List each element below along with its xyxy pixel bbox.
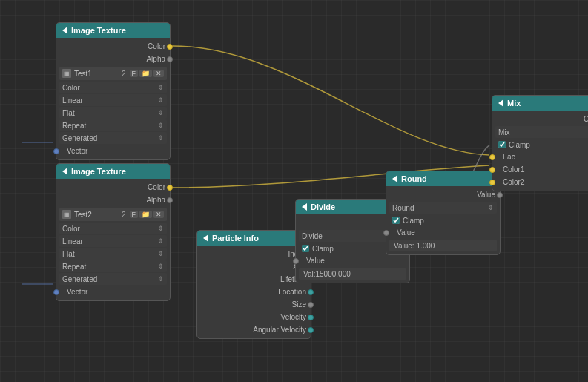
output-mix-color: Color	[492, 113, 588, 125]
node-title-round: Round	[401, 174, 427, 183]
output-lifetime: Lifetime	[197, 273, 311, 286]
collapse-triangle-1[interactable]	[62, 27, 67, 34]
output-alpha-label-2: Alpha	[146, 196, 165, 204]
field-mix[interactable]: Mix ⇕	[495, 126, 588, 138]
image-btn-x-2[interactable]: ✕	[153, 211, 164, 218]
collapse-triangle-div[interactable]	[302, 203, 307, 211]
socket-round-value-in[interactable]	[383, 230, 389, 236]
field-generated-arrows-1: ⇕	[158, 134, 164, 142]
clamp-label-mix: Clamp	[509, 141, 530, 149]
field-repeat-arrows-2: ⇕	[158, 263, 164, 270]
output-color-label-2: Color	[148, 183, 165, 191]
socket-color-out-2[interactable]	[167, 185, 173, 191]
field-round[interactable]: Round ⇕	[389, 202, 497, 214]
socket-round-value-out[interactable]	[497, 192, 503, 198]
image-btn-f-2[interactable]: F	[130, 211, 139, 218]
field-linear-arrows-1: ⇕	[158, 96, 164, 104]
input-vector-2: Vector	[56, 286, 170, 298]
output-velocity-label: Velocity	[281, 313, 306, 321]
clamp-checkbox-divide[interactable]	[302, 245, 309, 252]
socket-location-out[interactable]	[308, 289, 314, 295]
image-btn-f-1[interactable]: F	[130, 70, 139, 77]
node-title-2: Image Texture	[71, 167, 126, 176]
collapse-triangle-2[interactable]	[62, 168, 67, 175]
field-generated-arrows-2: ⇕	[158, 275, 164, 283]
clamp-checkbox-round[interactable]	[392, 217, 400, 224]
output-round-value: Value	[386, 188, 500, 201]
socket-velocity-out[interactable]	[308, 315, 314, 320]
round-node: Round Value Round ⇕ Clamp Value Value: 1…	[386, 171, 501, 255]
output-location-label: Location	[278, 288, 306, 296]
field-generated-label-1: Generated	[62, 134, 97, 142]
collapse-triangle-mix[interactable]	[498, 99, 503, 107]
node-header-round: Round	[386, 171, 500, 186]
node-header-particle-info: Particle Info	[197, 231, 311, 246]
checkbox-clamp-round[interactable]: Clamp	[386, 214, 500, 226]
vector-label-1: Vector	[61, 147, 87, 155]
input-mix-color1-label: Color1	[497, 165, 524, 174]
socket-size-out[interactable]	[308, 302, 314, 308]
node-title-mix: Mix	[507, 99, 521, 108]
image-btn-folder-1[interactable]: 📁	[139, 70, 152, 77]
field-repeat-label-1: Repeat	[62, 122, 86, 130]
clamp-checkbox-mix[interactable]	[498, 141, 506, 148]
clamp-label-divide: Clamp	[312, 245, 334, 253]
input-mix-fac: Fac	[492, 151, 588, 163]
socket-angular-velocity-out[interactable]	[308, 327, 314, 333]
output-location: Location	[197, 286, 311, 298]
input-vector-1: Vector	[56, 145, 170, 157]
field-generated-1[interactable]: Generated ⇕	[59, 132, 167, 144]
field-flat-arrows-2: ⇕	[158, 250, 164, 257]
field-color-1[interactable]: Color ⇕	[59, 82, 167, 93]
output-angular-velocity-label: Angular Velocity	[253, 326, 306, 334]
output-round-value-label: Value	[477, 191, 495, 199]
image-texture-node-1: Image Texture Color Alpha ▦ Test1 2 F 📁 …	[56, 22, 171, 160]
socket-mix-fac-in[interactable]	[489, 154, 495, 160]
image-btn-folder-2[interactable]: 📁	[139, 211, 152, 218]
socket-alpha-out-2[interactable]	[167, 197, 173, 203]
image-btn-x-1[interactable]: ✕	[153, 70, 164, 77]
field-repeat-1[interactable]: Repeat ⇕	[59, 119, 167, 131]
output-velocity: Velocity	[197, 311, 311, 323]
socket-mix-color1-in[interactable]	[489, 167, 495, 173]
collapse-triangle-pi[interactable]	[203, 234, 208, 242]
image-name-2: Test2	[74, 211, 122, 219]
image-picker-1[interactable]: ▦ Test1 2 F 📁 ✕	[59, 67, 167, 80]
input-round-value: Value	[386, 226, 500, 239]
output-alpha-2: Alpha	[56, 194, 170, 206]
field-repeat-2[interactable]: Repeat ⇕	[59, 260, 167, 272]
socket-mix-color2-in[interactable]	[489, 180, 495, 185]
socket-vector-in-1[interactable]	[53, 148, 59, 154]
checkbox-clamp-mix[interactable]: Clamp	[492, 139, 588, 151]
field-linear-2[interactable]: Linear ⇕	[59, 235, 167, 247]
field-generated-2[interactable]: Generated ⇕	[59, 273, 167, 285]
clamp-label-round: Clamp	[403, 217, 424, 225]
field-color-label-2: Color	[62, 225, 80, 233]
socket-alpha-out-1[interactable]	[167, 56, 173, 62]
field-flat-1[interactable]: Flat ⇕	[59, 107, 167, 119]
field-round-arrows: ⇕	[488, 204, 494, 211]
output-color-1: Color	[56, 40, 170, 53]
input-mix-color1: Color1	[492, 163, 588, 176]
field-linear-label-1: Linear	[62, 96, 83, 105]
field-divide-label: Divide	[302, 232, 323, 240]
socket-vector-in-2[interactable]	[53, 289, 59, 295]
output-mix-color-label: Color	[584, 115, 588, 123]
input-mix-fac-label: Fac	[497, 153, 515, 161]
particle-info-node: Particle Info Index Age Lifetime Locatio…	[196, 230, 311, 339]
socket-divide-value-in[interactable]	[293, 258, 299, 264]
field-linear-1[interactable]: Linear ⇕	[59, 94, 167, 106]
input-round-value-label: Value	[391, 228, 415, 237]
field-flat-2[interactable]: Flat ⇕	[59, 248, 167, 260]
image-num-2: 2	[122, 211, 126, 219]
node-header-image-texture-2: Image Texture	[56, 164, 170, 179]
node-title-pi: Particle Info	[212, 234, 259, 243]
collapse-triangle-round[interactable]	[392, 175, 397, 182]
image-name-1: Test1	[74, 70, 122, 78]
field-color-2[interactable]: Color ⇕	[59, 223, 167, 234]
output-angular-velocity: Angular Velocity	[197, 323, 311, 336]
image-picker-2[interactable]: ▦ Test2 2 F 📁 ✕	[59, 208, 167, 221]
input-divide-value-label: Value	[300, 257, 325, 265]
socket-color-out-1[interactable]	[167, 44, 173, 50]
mix-node: Mix Color Mix ⇕ Clamp Fac Color1 Color2	[492, 95, 588, 191]
